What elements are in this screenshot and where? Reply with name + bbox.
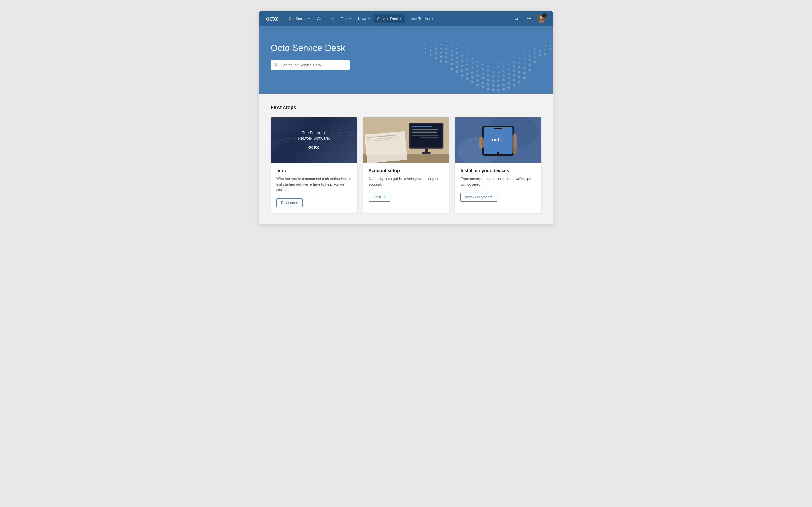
set-it-up-button[interactable]: Set it up [368, 193, 391, 202]
svg-point-162 [283, 140, 283, 140]
svg-point-98 [498, 76, 499, 77]
navbar-right: 0 [512, 14, 546, 23]
svg-point-122 [508, 77, 510, 79]
svg-point-114 [466, 68, 468, 70]
svg-point-90 [456, 57, 458, 58]
svg-point-24 [503, 62, 504, 63]
svg-point-130 [451, 63, 453, 65]
svg-point-43 [467, 54, 468, 56]
svg-point-120 [497, 80, 499, 82]
svg-point-115 [471, 71, 473, 73]
svg-point-117 [482, 77, 484, 79]
main-content: First steps [259, 94, 553, 224]
card-intro-body: Intro Whether you're a seasoned tech ent… [271, 163, 357, 213]
svg-point-92 [466, 63, 468, 65]
card-install-description: From smartphones to computers, we've got… [460, 176, 536, 187]
svg-point-83 [545, 49, 546, 50]
svg-point-52 [513, 61, 515, 63]
svg-point-79 [523, 58, 525, 60]
nav-label-get-started: Get Started [289, 17, 307, 21]
svg-point-102 [518, 66, 520, 68]
svg-point-26 [513, 57, 515, 59]
svg-point-123 [513, 74, 515, 76]
svg-point-53 [518, 58, 520, 59]
hero-decoration [397, 26, 553, 94]
user-avatar-button[interactable]: 0 [537, 14, 546, 23]
svg-line-7 [276, 65, 277, 66]
card-intro-tagline: The Future of Network Software. [298, 130, 330, 141]
svg-point-151 [476, 83, 479, 86]
svg-point-125 [523, 67, 525, 69]
svg-point-2 [528, 18, 530, 19]
card-intro-title: Intro [276, 168, 352, 173]
card-intro-image: The Future of Network Software. octo: [271, 117, 357, 163]
card-account-body: Account setup A step-by-step guide to he… [363, 163, 449, 207]
svg-point-20 [483, 59, 484, 60]
svg-point-58 [545, 45, 546, 46]
logo[interactable]: octo: [266, 15, 278, 22]
nav-item-issue-tracker[interactable]: Issue Tracker ▾ [405, 14, 437, 23]
search-icon-button[interactable] [512, 14, 521, 23]
nav-item-get-started[interactable]: Get Started ▾ [285, 14, 313, 23]
read-more-button[interactable]: Read more [276, 198, 303, 207]
svg-rect-186 [424, 149, 427, 153]
svg-point-135 [476, 79, 479, 82]
svg-point-139 [497, 84, 500, 87]
nav-item-news[interactable]: News ▾ [355, 14, 373, 23]
svg-point-153 [487, 88, 489, 90]
card-intro-logo: octo: [298, 145, 330, 150]
svg-point-44 [472, 58, 473, 59]
navbar: octo: Get Started ▾ Account ▾ Files ▾ Ne… [259, 11, 553, 26]
svg-point-46 [482, 64, 484, 65]
svg-point-154 [492, 89, 495, 91]
svg-point-142 [513, 79, 515, 81]
svg-point-94 [477, 70, 478, 71]
svg-point-22 [493, 62, 494, 63]
svg-point-145 [528, 69, 530, 71]
install-everywhere-button[interactable]: Install everywhere [460, 193, 497, 202]
svg-point-21 [488, 61, 489, 62]
svg-point-158 [513, 84, 515, 87]
svg-point-128 [440, 60, 442, 62]
svg-point-109 [440, 56, 442, 58]
svg-point-19 [477, 57, 478, 58]
svg-point-121 [503, 79, 505, 81]
nav-item-service-desk[interactable]: Service Desk ▾ [373, 14, 405, 23]
svg-point-100 [508, 73, 510, 75]
card-install-body: Install on your devices From smartphones… [455, 163, 541, 207]
svg-point-77 [513, 65, 515, 67]
svg-rect-201 [494, 128, 502, 129]
svg-point-27 [519, 54, 520, 55]
svg-point-173 [345, 135, 345, 135]
svg-point-85 [430, 54, 432, 56]
nav-item-account[interactable]: Account ▾ [314, 14, 336, 23]
svg-point-33 [550, 41, 551, 42]
svg-point-113 [461, 65, 463, 67]
card-install-title: Install on your devices [460, 168, 536, 173]
chevron-down-icon: ▾ [368, 17, 370, 20]
svg-point-110 [446, 56, 448, 58]
chevron-down-icon: ▾ [349, 17, 351, 20]
svg-point-146 [450, 68, 453, 70]
svg-point-96 [487, 74, 489, 76]
service-desk-search-input[interactable] [271, 60, 350, 70]
svg-point-93 [471, 67, 473, 68]
nav-item-files[interactable]: Files ▾ [337, 14, 354, 23]
svg-point-73 [493, 71, 494, 73]
settings-icon-button[interactable] [524, 14, 534, 23]
svg-point-143 [518, 76, 520, 78]
svg-point-126 [529, 64, 530, 66]
nav-label-files: Files [340, 17, 348, 21]
svg-point-157 [507, 87, 510, 89]
svg-rect-181 [412, 131, 436, 131]
svg-point-152 [481, 86, 484, 89]
svg-point-78 [518, 62, 520, 64]
svg-point-74 [498, 71, 499, 73]
svg-point-25 [508, 60, 509, 61]
svg-point-161 [277, 143, 278, 144]
svg-point-150 [471, 81, 474, 83]
nav-items: Get Started ▾ Account ▾ Files ▾ News ▾ S… [285, 14, 512, 23]
svg-point-50 [503, 66, 504, 67]
svg-rect-182 [412, 132, 437, 133]
svg-point-111 [451, 58, 453, 60]
